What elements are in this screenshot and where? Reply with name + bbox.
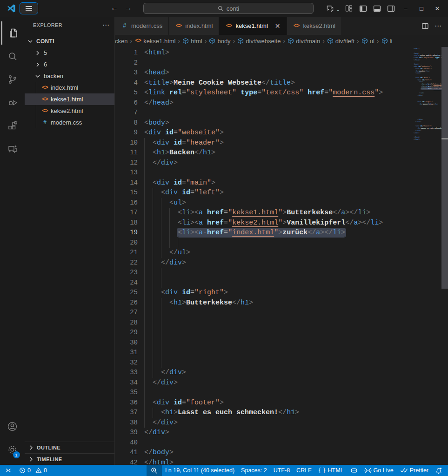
tab-bar: #modern.css<>index.html<>kekse1.html✕<>k… xyxy=(115,17,448,35)
chat-sparkle-icon xyxy=(7,144,18,155)
code-line-4: 4<title>Meine Cookie Webseite</title> xyxy=(115,78,411,88)
chevron-down-icon[interactable]: ⌄ xyxy=(336,7,340,12)
language-mode-button[interactable]: { } HTML xyxy=(315,465,347,476)
tree-item-file-kekse2.html[interactable]: <>kekse2.html xyxy=(25,105,114,117)
breadcrumb-label: kekse1.html xyxy=(143,38,175,45)
indentation-button[interactable]: Spaces: 2 xyxy=(238,465,270,476)
close-tab-icon[interactable]: ✕ xyxy=(275,22,281,30)
minimap[interactable]: 1<html>23<head>4<title>Meine Cookie Webs… xyxy=(412,47,441,465)
tree-item-file-index.html[interactable]: <>index.html xyxy=(25,82,114,93)
menu-button[interactable] xyxy=(20,2,38,14)
search-view-button[interactable] xyxy=(1,45,24,68)
toggle-secondary-sidebar-button[interactable] xyxy=(385,2,397,14)
html-file-icon: <> xyxy=(134,38,141,44)
back-button[interactable]: ← xyxy=(111,4,118,12)
tree-item-5[interactable]: 5 xyxy=(25,47,114,59)
editor-more-actions-button[interactable]: ⋯ xyxy=(435,22,441,30)
code-line-19: 19 <li><a·href="index.html">zurück</a></… xyxy=(115,228,411,238)
line-number: 7 xyxy=(115,108,138,118)
chat-view-button[interactable] xyxy=(1,138,24,161)
tree-item-file-kekse1.html[interactable]: <>kekse1.html xyxy=(25,93,114,105)
indent-guide xyxy=(144,288,145,298)
timeline-section-header[interactable]: TIMELINE xyxy=(25,453,114,465)
problems-button[interactable]: 0 0 xyxy=(16,465,50,476)
explorer-more-actions-button[interactable]: ⋯ xyxy=(102,21,110,29)
go-live-button[interactable]: Go Live xyxy=(361,465,397,476)
minimize-button[interactable]: – xyxy=(399,0,413,17)
line-number: 31 xyxy=(115,348,138,358)
code-line-12: 12 </div> xyxy=(115,158,411,168)
sidebar-header: EXPLORER ⋯ xyxy=(25,17,114,33)
account-button[interactable] xyxy=(1,415,24,438)
indent-guide xyxy=(144,328,145,338)
breadcrumb-item-html[interactable]: html xyxy=(182,38,202,45)
line-number: 40 xyxy=(115,438,138,448)
zoom-indicator-button[interactable] xyxy=(147,465,162,476)
tree-item-file-modern.css[interactable]: #modern.css xyxy=(25,117,114,128)
tab-label: kekse2.html xyxy=(303,22,335,29)
symbol-cube-icon xyxy=(182,38,189,44)
copilot-status-button[interactable] xyxy=(347,465,361,476)
tree-item-backen[interactable]: backen xyxy=(25,70,114,82)
notifications-button[interactable] xyxy=(432,465,448,476)
indent-guide xyxy=(153,408,153,418)
breadcrumb-item-body[interactable]: body xyxy=(209,38,230,45)
maximize-button[interactable]: □ xyxy=(415,0,428,17)
outline-section-header[interactable]: OUTLINE xyxy=(25,442,114,453)
breadcrumb-item-div#left[interactable]: div#left xyxy=(327,38,354,45)
chevron-down-icon xyxy=(27,38,34,45)
braces-icon: { } xyxy=(318,467,326,474)
tree-item-CONTI[interactable]: CONTI xyxy=(25,35,114,47)
forward-button[interactable]: → xyxy=(125,4,132,12)
line-number: 14 xyxy=(115,178,138,188)
remote-indicator-button[interactable] xyxy=(0,465,16,476)
toggle-panel-button[interactable] xyxy=(371,2,383,14)
command-center-search[interactable]: conti xyxy=(143,3,314,14)
indent-guide xyxy=(144,188,145,198)
indent-guide xyxy=(161,268,161,278)
tree-item-6[interactable]: 6 xyxy=(25,59,114,70)
settings-button[interactable]: 1 xyxy=(1,438,24,461)
tab-kekse1.html[interactable]: <>kekse1.html✕ xyxy=(219,17,287,35)
breadcrumb-item-ul[interactable]: ul xyxy=(361,38,374,45)
split-editor-icon[interactable] xyxy=(421,22,429,30)
encoding-button[interactable]: UTF-8 xyxy=(270,465,293,476)
toggle-primary-sidebar-button[interactable] xyxy=(357,2,369,14)
breadcrumb-separator: › xyxy=(283,37,285,45)
breadcrumb-item-li[interactable]: li xyxy=(381,38,393,45)
chevron-right-icon xyxy=(34,61,41,68)
scrollbar-thumb[interactable] xyxy=(441,47,448,289)
code-editor[interactable]: 1<html>23<head>4<title>Meine Cookie Webs… xyxy=(115,47,448,465)
eol-button[interactable]: CRLF xyxy=(293,465,315,476)
extensions-view-button[interactable] xyxy=(1,114,24,138)
copilot-chat-button[interactable] xyxy=(324,2,336,14)
tab-index.html[interactable]: <>index.html xyxy=(169,17,219,35)
line-number: 24 xyxy=(115,278,138,288)
tab-modern.css[interactable]: #modern.css xyxy=(115,17,169,35)
code-line-5: 5<link rel="stylesheet" type="text/css" … xyxy=(115,88,411,98)
cursor-position-button[interactable]: Ln 19, Col 11 (40 selected) xyxy=(162,465,238,476)
tab-kekse2.html[interactable]: <>kekse2.html xyxy=(287,17,342,35)
breadcrumb-item-div#webseite[interactable]: div#webseite xyxy=(237,38,281,45)
customize-layout-button[interactable] xyxy=(343,2,355,14)
breadcrumb-item-div#main[interactable]: div#main xyxy=(288,38,320,45)
line-number: 39 xyxy=(115,428,138,438)
breadcrumb-item-cken[interactable]: cken xyxy=(115,38,127,45)
code-line-22: 22 </div> xyxy=(115,258,411,268)
tree-item-label: kekse1.html xyxy=(51,96,83,103)
line-number: 34 xyxy=(115,378,138,388)
editor-scrollbar[interactable] xyxy=(441,47,448,465)
code-line-9: 9<div id="webseite"> xyxy=(115,128,411,138)
explorer-view-button[interactable] xyxy=(1,21,24,45)
code-line-3: 3<head> xyxy=(115,68,411,78)
indent-guide xyxy=(153,368,153,378)
line-number: 5 xyxy=(115,88,138,98)
html-file-icon: <> xyxy=(175,23,182,29)
code-line-10: 10 <div id="header"> xyxy=(115,138,411,148)
breadcrumb-item-kekse1.html[interactable]: <>kekse1.html xyxy=(134,38,175,45)
prettier-button[interactable]: Prettier xyxy=(397,465,432,476)
account-icon xyxy=(7,421,18,432)
close-button[interactable]: ✕ xyxy=(430,0,444,17)
source-control-view-button[interactable] xyxy=(1,68,24,91)
run-debug-view-button[interactable] xyxy=(1,91,24,114)
